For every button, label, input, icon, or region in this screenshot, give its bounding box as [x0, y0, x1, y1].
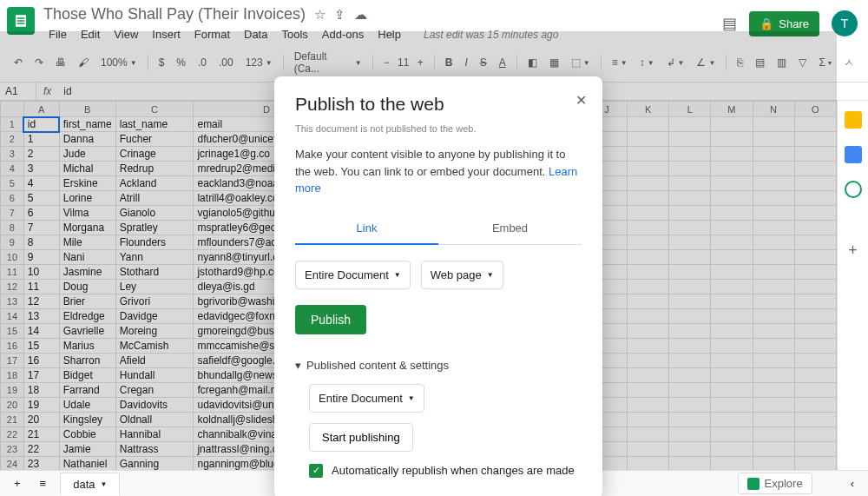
cell[interactable] — [628, 309, 669, 324]
cell[interactable] — [711, 383, 753, 398]
cell[interactable]: Erskine — [59, 176, 115, 191]
publish-button[interactable]: Publish — [295, 305, 366, 334]
cell[interactable] — [794, 221, 836, 235]
menu-view[interactable]: View — [108, 25, 143, 43]
cell[interactable] — [628, 383, 669, 398]
cell[interactable] — [711, 457, 753, 472]
auto-republish-checkbox[interactable]: ✓ — [309, 464, 323, 478]
menu-tools[interactable]: Tools — [276, 25, 312, 43]
cloud-status-icon[interactable]: ☁ — [354, 7, 367, 23]
row-header[interactable]: 11 — [1, 265, 24, 280]
cell[interactable]: Ackland — [115, 176, 194, 191]
row-header[interactable]: 23 — [1, 442, 24, 457]
cell[interactable]: Jamie — [59, 442, 115, 457]
cell[interactable]: 3 — [23, 162, 59, 176]
menu-edit[interactable]: Edit — [76, 25, 105, 43]
row-header[interactable]: 12 — [1, 280, 24, 294]
cell[interactable] — [753, 442, 794, 457]
cell[interactable] — [753, 162, 794, 176]
side-panel-toggle[interactable]: ‹ — [845, 473, 859, 493]
cell[interactable] — [711, 280, 753, 294]
cell[interactable]: Doug — [59, 280, 115, 294]
cell[interactable]: 13 — [23, 309, 59, 324]
cell[interactable] — [628, 280, 669, 294]
cell[interactable] — [669, 147, 711, 162]
cell[interactable]: 22 — [23, 442, 59, 457]
cell[interactable] — [753, 221, 794, 235]
cell[interactable] — [753, 309, 794, 324]
cell[interactable] — [794, 383, 836, 398]
add-sheet-button[interactable]: + — [9, 473, 26, 493]
cell[interactable] — [794, 176, 836, 191]
cell[interactable] — [711, 235, 753, 250]
sheets-logo[interactable] — [7, 7, 35, 35]
row-header[interactable]: 19 — [1, 383, 24, 398]
move-icon[interactable]: ⇪ — [334, 7, 345, 23]
cell[interactable] — [711, 442, 753, 457]
cell[interactable]: Crinage — [115, 147, 194, 162]
cell[interactable] — [669, 176, 711, 191]
account-avatar[interactable]: T — [832, 10, 858, 36]
cell[interactable]: Mile — [59, 235, 115, 250]
cell[interactable] — [669, 368, 711, 383]
column-header[interactable]: C — [115, 102, 194, 117]
cell[interactable]: 9 — [23, 250, 59, 265]
cell[interactable] — [711, 117, 753, 132]
cell[interactable] — [628, 147, 669, 162]
cell[interactable] — [628, 354, 669, 368]
chart-button[interactable]: ▥ — [772, 53, 792, 72]
cell[interactable] — [794, 354, 836, 368]
cell[interactable] — [628, 132, 669, 147]
cell[interactable]: Michal — [59, 162, 115, 176]
cell[interactable] — [669, 457, 711, 472]
cell[interactable]: 12 — [23, 294, 59, 309]
cell[interactable] — [753, 191, 794, 206]
rotate-dropdown[interactable]: ∠▼ — [691, 53, 720, 72]
cell[interactable]: Flounders — [115, 235, 194, 250]
share-button[interactable]: 🔒 Share — [749, 11, 819, 36]
cell[interactable] — [794, 398, 836, 413]
cell[interactable] — [753, 265, 794, 280]
cell[interactable]: Brier — [59, 294, 115, 309]
cell[interactable]: Gianolo — [115, 206, 194, 221]
column-header[interactable]: M — [711, 102, 753, 117]
cell[interactable] — [711, 354, 753, 368]
cell[interactable] — [794, 368, 836, 383]
cell[interactable] — [669, 309, 711, 324]
cell[interactable] — [711, 265, 753, 280]
zoom-dropdown[interactable]: 100%▼ — [95, 53, 142, 72]
row-header[interactable]: 6 — [1, 191, 24, 206]
cell[interactable]: 19 — [23, 398, 59, 413]
cell[interactable] — [753, 383, 794, 398]
cell[interactable] — [669, 354, 711, 368]
cell[interactable] — [753, 324, 794, 339]
cell[interactable]: 4 — [23, 176, 59, 191]
cell[interactable]: 5 — [23, 191, 59, 206]
cell[interactable] — [711, 339, 753, 354]
document-scope-dropdown[interactable]: Entire Document▼ — [295, 261, 411, 289]
cell[interactable]: McCamish — [115, 339, 194, 354]
column-header[interactable] — [1, 102, 24, 117]
fill-color-button[interactable]: ◧ — [523, 53, 542, 72]
cell[interactable] — [711, 427, 753, 442]
cell[interactable] — [628, 368, 669, 383]
row-header[interactable]: 1 — [1, 117, 24, 132]
cell[interactable]: Atrill — [115, 191, 194, 206]
cell[interactable] — [628, 265, 669, 280]
currency-button[interactable]: $ — [154, 53, 170, 72]
cell[interactable] — [711, 132, 753, 147]
cell[interactable] — [753, 206, 794, 221]
cell[interactable] — [628, 339, 669, 354]
menu-format[interactable]: Format — [189, 25, 235, 43]
cell[interactable]: 1 — [23, 132, 59, 147]
cell[interactable] — [753, 398, 794, 413]
paint-format-button[interactable]: 🖌 — [73, 53, 94, 72]
row-header[interactable]: 7 — [1, 206, 24, 221]
cell[interactable]: Vilma — [59, 206, 115, 221]
cell[interactable]: 21 — [23, 427, 59, 442]
cell[interactable]: Redrup — [115, 162, 194, 176]
cell[interactable] — [753, 176, 794, 191]
cell[interactable]: Nani — [59, 250, 115, 265]
cell[interactable] — [753, 280, 794, 294]
cell[interactable] — [669, 413, 711, 427]
